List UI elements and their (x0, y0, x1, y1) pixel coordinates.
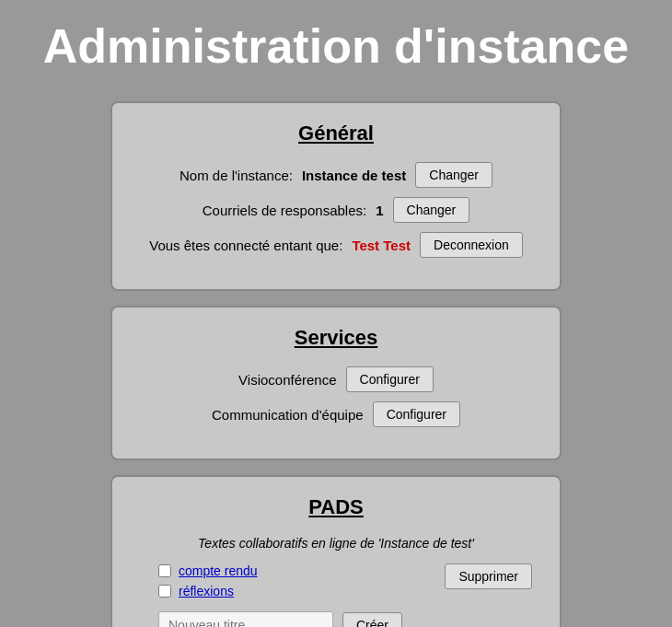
compte-rendu-checkbox[interactable] (158, 564, 171, 577)
pads-content: compte rendu réflexions Créer Supprimer (140, 563, 532, 627)
new-title-input[interactable] (158, 611, 333, 627)
instance-name-label: Nom de l'instance: (180, 168, 293, 183)
deconnexion-button[interactable]: Deconnexion (420, 232, 523, 258)
instance-name-row: Nom de l'instance: Instance de test Chan… (140, 162, 532, 188)
list-item: réflexions (158, 584, 445, 598)
create-row: Créer (158, 611, 445, 627)
instance-name-value: Instance de test (302, 168, 406, 183)
pads-subtitle: Textes collaboratifs en ligne de 'Instan… (140, 536, 532, 551)
visio-row: Visioconférence Configurer (140, 366, 532, 392)
visio-configure-button[interactable]: Configurer (346, 366, 434, 392)
pads-checkboxes: compte rendu réflexions (158, 563, 445, 598)
team-row: Communication d'équipe Configurer (140, 401, 532, 427)
general-card: Général Nom de l'instance: Instance de t… (110, 101, 562, 291)
pads-left: compte rendu réflexions Créer (140, 563, 445, 627)
pads-right-btn: Supprimer (445, 563, 532, 589)
connected-label: Vous êtes connecté entant que: (149, 238, 342, 253)
services-card: Services Visioconférence Configurer Comm… (110, 306, 562, 460)
email-label: Courriels de responsables: (203, 203, 366, 218)
compte-rendu-link[interactable]: compte rendu (179, 563, 258, 578)
pads-card: PADS Textes collaboratifs en ligne de 'I… (110, 475, 562, 627)
reflexions-checkbox[interactable] (158, 585, 171, 598)
email-change-button[interactable]: Changer (393, 197, 470, 223)
connected-value: Test Test (352, 238, 411, 253)
connected-row: Vous êtes connecté entant que: Test Test… (140, 232, 532, 258)
email-row: Courriels de responsables: 1 Changer (140, 197, 532, 223)
visio-label: Visioconférence (238, 372, 336, 388)
page-title: Administration d'instance (0, 0, 672, 101)
general-section-title: Général (140, 122, 532, 145)
list-item: compte rendu (158, 563, 445, 578)
delete-button[interactable]: Supprimer (445, 563, 532, 589)
team-label: Communication d'équipe (212, 407, 364, 423)
services-section-title: Services (140, 326, 532, 350)
reflexions-link[interactable]: réflexions (179, 584, 234, 598)
pads-section-title: PADS (140, 495, 532, 519)
email-value: 1 (376, 203, 383, 218)
instance-name-change-button[interactable]: Changer (415, 162, 492, 188)
create-button[interactable]: Créer (342, 612, 402, 627)
team-configure-button[interactable]: Configurer (373, 401, 460, 427)
